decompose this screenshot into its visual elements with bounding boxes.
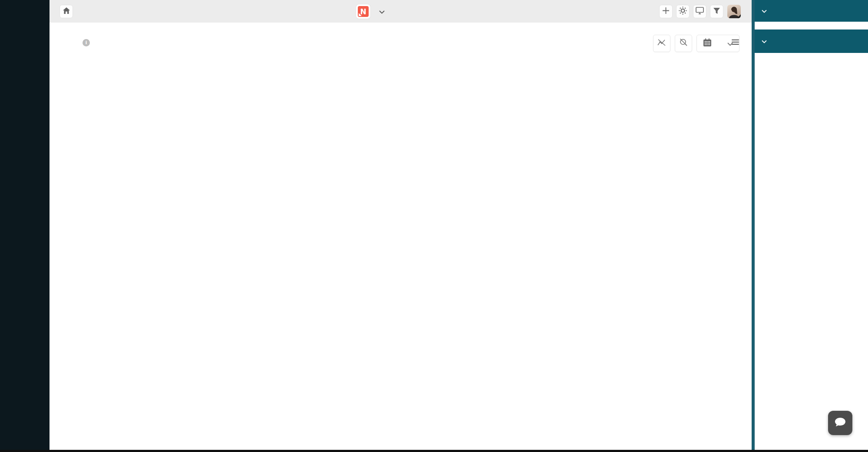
chat-bubble-icon [834, 416, 846, 429]
chevron-down-icon [762, 8, 767, 14]
main-area: N i [50, 0, 752, 452]
histogram-plot [50, 0, 752, 452]
chart-type-sidebar [0, 0, 50, 452]
chevron-down-icon [762, 38, 767, 45]
window-bottom-edge [0, 450, 868, 452]
panel-scrollbar[interactable] [752, 0, 755, 452]
chat-widget-button[interactable] [828, 411, 852, 435]
controls-section-header[interactable] [755, 0, 868, 22]
nave-logo[interactable] [0, 0, 50, 8]
controls-panel [755, 0, 868, 452]
app-window: N i [0, 0, 868, 452]
filters-section-header[interactable] [755, 29, 868, 53]
